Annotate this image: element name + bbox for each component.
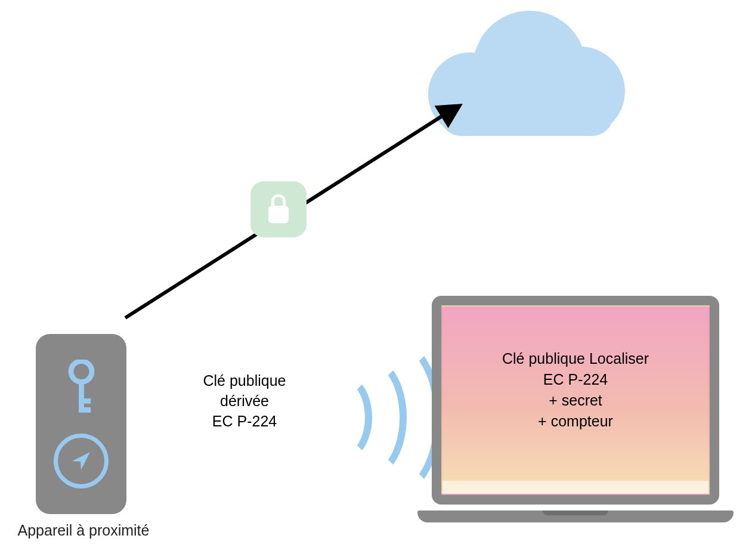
svg-rect-0 (268, 206, 289, 223)
svg-rect-2 (79, 380, 84, 412)
derived-key-line1: Clé publique (176, 371, 313, 391)
laptop-key-label: Clé publique Localiser EC P-224 + secret… (442, 348, 708, 432)
location-arrow-icon (54, 434, 109, 488)
laptop-key-line2: EC P-224 (442, 369, 708, 390)
laptop-taskbar (442, 481, 708, 494)
derived-key-label: Clé publique dérivée EC P-224 (176, 371, 313, 431)
derived-key-line3: EC P-224 (176, 412, 313, 432)
laptop-lid: Clé publique Localiser EC P-224 + secret… (432, 296, 719, 505)
phone-notch (58, 334, 104, 344)
laptop-base (417, 511, 734, 522)
svg-rect-4 (79, 407, 91, 413)
diagram-canvas: Appareil à proximité Clé publique dérivé… (0, 0, 752, 560)
laptop-key-line1: Clé publique Localiser (442, 348, 708, 369)
nearby-device-phone (36, 334, 126, 514)
svg-rect-3 (79, 398, 91, 404)
nearby-device-label: Appareil à proximité (0, 522, 167, 539)
derived-key-line2: dérivée (176, 391, 313, 412)
offline-laptop: Clé publique Localiser EC P-224 + secret… (417, 296, 734, 522)
key-icon (65, 360, 98, 422)
wifi-waves-icon (322, 340, 429, 495)
laptop-key-line4: + compteur (442, 411, 708, 432)
laptop-key-line3: + secret (442, 390, 708, 411)
svg-point-1 (71, 361, 92, 382)
laptop-screen: Clé publique Localiser EC P-224 + secret… (441, 305, 710, 495)
phone-screen (41, 339, 122, 509)
lock-icon (250, 181, 307, 237)
